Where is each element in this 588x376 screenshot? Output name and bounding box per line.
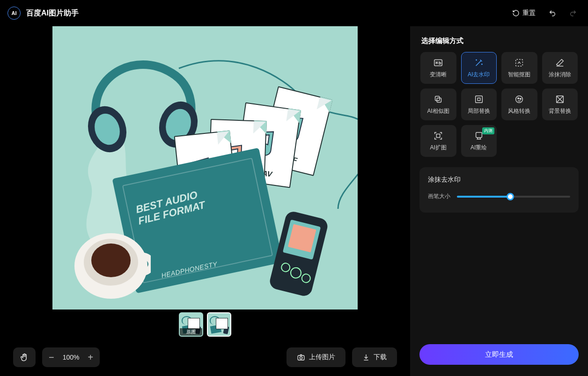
settings-title: 涂抹去水印: [428, 176, 570, 184]
undo-icon: [549, 9, 556, 17]
coffee-cup-illustration: [71, 223, 151, 302]
cutout-icon: [514, 58, 524, 68]
download-icon: [362, 354, 370, 361]
brush-size-row: 画笔大小: [428, 192, 570, 200]
pan-tool-button[interactable]: [13, 347, 36, 367]
app-title: 百度AI图片助手: [26, 8, 79, 18]
bottom-toolbar: − 100% + 上传图片 下载: [0, 339, 410, 376]
zoom-value: 100%: [63, 354, 80, 361]
svg-point-6: [91, 243, 131, 277]
generate-button[interactable]: 立即生成: [419, 344, 579, 365]
right-panel: 选择编辑方式 变清晰 AI去水印 智能抠图 涂抹消除 AI相似图: [410, 26, 588, 376]
tool-style-transfer[interactable]: 风格转换: [501, 88, 537, 120]
tool-ai-similar[interactable]: AI相似图: [420, 88, 456, 120]
canvas-viewport[interactable]: AIFF WAV FLAC MP3: [0, 26, 410, 310]
tool-smart-cutout[interactable]: 智能抠图: [501, 52, 537, 84]
redo-icon: [569, 9, 577, 17]
tool-ai-repaint[interactable]: 内测 AI重绘: [461, 125, 497, 157]
svg-rect-16: [516, 59, 523, 66]
zoom-out-button[interactable]: −: [47, 353, 56, 362]
mp3-player-illustration: [254, 211, 343, 300]
magic-wand-icon: [474, 58, 484, 68]
redo-button[interactable]: [566, 7, 581, 20]
download-button[interactable]: 下载: [352, 347, 397, 367]
reset-icon: [512, 9, 520, 17]
reset-label: 重置: [522, 9, 536, 17]
bg-replace-icon: [555, 94, 565, 104]
tool-local-replace[interactable]: 局部替换: [461, 88, 497, 120]
svg-rect-25: [476, 132, 482, 137]
tool-ai-watermark-remove[interactable]: AI去水印: [461, 52, 497, 84]
upload-label: 上传图片: [309, 353, 335, 361]
brush-size-label: 画笔大小: [428, 192, 450, 200]
download-label: 下载: [374, 353, 387, 361]
canvas-area: AIFF WAV FLAC MP3: [0, 26, 410, 376]
beta-badge: 内测: [482, 127, 494, 134]
slider-thumb[interactable]: [507, 193, 514, 200]
thumb-original[interactable]: 原图: [179, 312, 203, 337]
tool-erase[interactable]: 涂抹消除: [542, 52, 578, 84]
svg-point-21: [518, 97, 519, 99]
upload-button[interactable]: 上传图片: [287, 347, 345, 367]
svg-rect-24: [437, 134, 440, 137]
svg-rect-19: [475, 96, 482, 103]
replace-icon: [474, 94, 484, 104]
app-logo: AI: [7, 7, 21, 20]
thumbnail-row: 原图: [0, 310, 410, 339]
zoom-in-button[interactable]: +: [86, 353, 96, 362]
tool-sharpen[interactable]: 变清晰: [420, 52, 456, 84]
tool-grid: 变清晰 AI去水印 智能抠图 涂抹消除 AI相似图 局部替换: [410, 52, 588, 157]
canvas-image: AIFF WAV FLAC MP3: [52, 26, 358, 310]
zoom-control: − 100% +: [42, 347, 100, 367]
reset-button[interactable]: 重置: [508, 6, 539, 20]
hd-icon: [433, 58, 443, 68]
camera-icon: [297, 353, 305, 361]
style-icon: [514, 94, 524, 104]
similar-icon: [433, 94, 443, 104]
brush-size-slider[interactable]: [457, 196, 570, 198]
svg-point-20: [516, 96, 523, 103]
svg-point-22: [520, 98, 522, 99]
hand-icon: [20, 353, 29, 362]
tool-ai-expand[interactable]: AI扩图: [420, 125, 456, 157]
svg-point-14: [300, 357, 302, 359]
expand-icon: [433, 131, 443, 141]
tool-bg-replace[interactable]: 背景替换: [542, 88, 578, 120]
settings-card: 涂抹去水印 画笔大小: [419, 167, 579, 213]
svg-rect-13: [298, 355, 304, 360]
main-area: AIFF WAV FLAC MP3: [0, 26, 588, 376]
thumb-current[interactable]: [207, 312, 231, 337]
undo-button[interactable]: [545, 7, 560, 20]
panel-title: 选择编辑方式: [410, 37, 588, 52]
header: AI 百度AI图片助手 重置: [0, 0, 588, 26]
eraser-icon: [555, 58, 565, 68]
thumb-original-label: 原图: [180, 328, 202, 336]
